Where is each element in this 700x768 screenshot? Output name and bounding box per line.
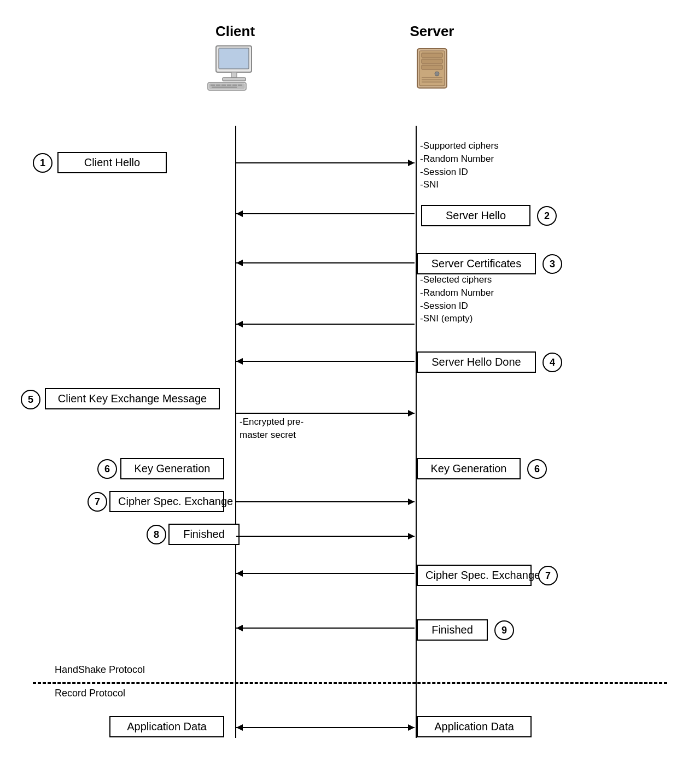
cipher-spec-server-box: Cipher Spec. Exchange <box>417 565 532 586</box>
client-header: Client <box>175 23 295 92</box>
client-hello-arrow <box>236 162 415 163</box>
client-vertical-line <box>235 126 236 738</box>
key-exchange-annot: -Encrypted pre- master secret <box>240 415 304 442</box>
svg-rect-15 <box>422 53 442 57</box>
svg-rect-7 <box>216 85 220 86</box>
circle-8: 8 <box>147 525 166 544</box>
client-hello-box: Client Hello <box>57 152 167 173</box>
circle-7-client: 7 <box>88 492 107 512</box>
circle-5: 5 <box>21 390 40 409</box>
handshake-protocol-label: HandShake Protocol <box>55 664 145 676</box>
selected-ciphers-arrow <box>236 324 415 325</box>
svg-rect-2 <box>231 72 237 78</box>
server-hello-done-arrow <box>236 361 415 362</box>
computer-icon <box>205 43 265 92</box>
server-hello-box: Server Hello <box>421 205 530 226</box>
circle-6-server: 6 <box>527 459 547 479</box>
finished-client-arrow <box>236 536 415 537</box>
svg-rect-16 <box>422 59 442 63</box>
circle-9: 9 <box>494 620 514 640</box>
server-icon <box>407 43 457 92</box>
svg-rect-10 <box>232 85 237 86</box>
app-data-client-box: Application Data <box>109 716 224 737</box>
record-protocol-label: Record Protocol <box>55 688 125 699</box>
cipher-spec-client-box: Cipher Spec. Exchange <box>109 491 224 512</box>
server-cert-arrow <box>236 262 415 263</box>
protocol-separator <box>33 682 667 684</box>
svg-rect-11 <box>238 85 242 86</box>
server-cert-box: Server Certificates <box>417 253 536 274</box>
svg-rect-6 <box>211 85 215 86</box>
svg-rect-3 <box>223 78 246 81</box>
circle-6-client: 6 <box>97 459 117 479</box>
cipher-spec-client-arrow <box>236 501 415 502</box>
key-gen-server-box: Key Generation <box>417 458 521 479</box>
svg-rect-8 <box>221 85 226 86</box>
server-hello-done-box: Server Hello Done <box>417 351 536 373</box>
circle-4: 4 <box>542 353 562 372</box>
svg-rect-1 <box>219 48 249 69</box>
diagram-container: Client <box>0 0 700 768</box>
finished-server-box: Finished <box>417 619 488 641</box>
circle-7-server: 7 <box>538 566 558 585</box>
circle-2: 2 <box>537 206 557 226</box>
client-key-exchange-box: Client Key Exchange Message <box>45 388 220 409</box>
app-data-arrow <box>236 727 415 728</box>
key-gen-client-box: Key Generation <box>120 458 224 479</box>
finished-server-arrow <box>236 628 415 629</box>
svg-point-18 <box>435 72 439 76</box>
cipher-spec-server-arrow <box>236 573 415 574</box>
client-hello-annot: -Supported ciphers -Random Number -Sessi… <box>420 139 499 191</box>
svg-rect-17 <box>422 65 442 69</box>
server-label: Server <box>372 23 492 40</box>
key-exchange-arrow <box>236 413 415 414</box>
svg-rect-12 <box>212 87 237 89</box>
server-vertical-line <box>416 126 417 738</box>
client-label: Client <box>175 23 295 40</box>
server-header: Server <box>372 23 492 92</box>
circle-3: 3 <box>542 254 562 274</box>
server-hello-annot: -Selected ciphers -Random Number -Sessio… <box>420 273 494 325</box>
finished-client-box: Finished <box>168 524 240 545</box>
svg-rect-9 <box>227 85 231 86</box>
server-hello-arrow <box>236 213 415 214</box>
app-data-server-box: Application Data <box>417 716 532 737</box>
circle-1: 1 <box>33 153 52 173</box>
